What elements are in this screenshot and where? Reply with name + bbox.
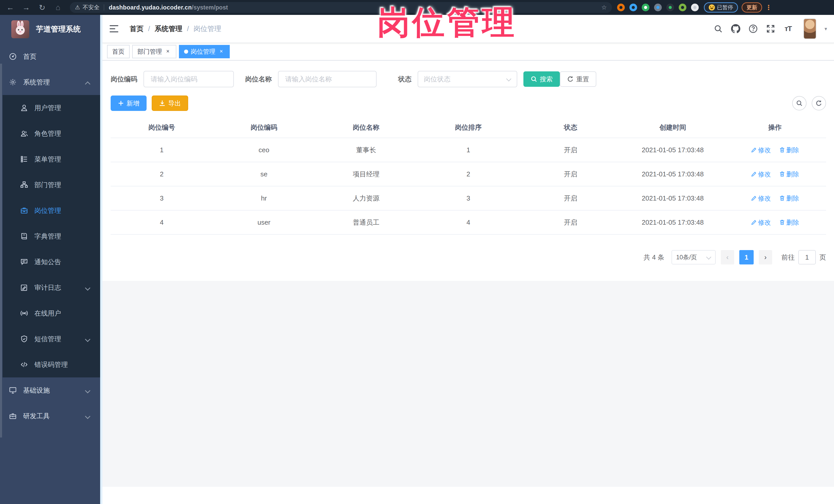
delete-link[interactable]: 删除 (779, 170, 799, 178)
ext-grid-blue-icon[interactable] (654, 4, 662, 11)
refresh-button[interactable] (812, 96, 826, 110)
briefcase-icon (20, 206, 28, 215)
breadcrumb-home[interactable]: 首页 (130, 24, 144, 34)
sidebar-item-系统管理[interactable]: 系统管理 (0, 69, 100, 95)
browser-back-icon[interactable]: ← (5, 2, 16, 13)
tab-首页[interactable]: 首页 (107, 45, 130, 58)
security-label[interactable]: 不安全 (83, 4, 100, 11)
announcement-icon (20, 258, 28, 266)
ext-green-check-icon[interactable] (642, 4, 650, 11)
font-size-icon[interactable]: ᴛT (783, 24, 793, 34)
user-menu-caret-icon[interactable]: ▾ (825, 26, 827, 32)
sidebar-scrollbar[interactable] (0, 64, 2, 438)
browser-forward-icon[interactable]: → (21, 2, 32, 13)
search-button-label: 搜索 (540, 75, 553, 84)
bookmark-star-icon[interactable]: ☆ (601, 4, 607, 11)
delete-link[interactable]: 删除 (779, 194, 799, 202)
reset-button[interactable]: 重置 (560, 71, 596, 87)
sidebar-item-岗位管理[interactable]: 岗位管理 (0, 198, 100, 223)
user-avatar[interactable] (804, 19, 816, 39)
delete-link[interactable]: 删除 (779, 218, 799, 227)
pagination: 共 4 条 10条/页 ‹ 1 › 前往 页 (103, 250, 826, 264)
prev-page-button[interactable]: ‹ (721, 250, 734, 264)
sidebar-item-基础设施[interactable]: 基础设施 (0, 377, 100, 403)
tab-部门管理[interactable]: 部门管理× (132, 45, 176, 58)
sidebar-item-通知公告[interactable]: 通知公告 (0, 249, 100, 275)
add-button[interactable]: 新增 (111, 95, 147, 111)
sidebar-collapse-icon[interactable] (110, 25, 118, 32)
edit-link[interactable]: 修改 (751, 170, 771, 178)
tab-岗位管理[interactable]: 岗位管理× (179, 45, 230, 58)
goto-page-input[interactable] (798, 250, 816, 264)
ext-orange-ring-icon[interactable] (617, 4, 625, 11)
browser-reload-icon[interactable]: ↻ (37, 2, 48, 13)
sidebar-item-label: 基础设施 (23, 386, 50, 395)
fullscreen-icon[interactable] (766, 24, 776, 34)
sidebar-item-首页[interactable]: 首页 (0, 44, 100, 69)
sidebar-item-研发工具[interactable]: 研发工具 (0, 403, 100, 429)
cell-name: 项目经理 (315, 162, 417, 186)
edit-link[interactable]: 修改 (751, 146, 771, 154)
cell-name: 董事长 (315, 138, 417, 162)
chevron-down-icon (86, 285, 90, 290)
cell-code: ceo (213, 138, 315, 162)
help-icon[interactable] (748, 24, 758, 34)
table-row-post-hr: 3hr人力资源3开启2021-01-05 17:03:48修改删除 (111, 187, 826, 211)
chevron-up-icon (86, 80, 90, 84)
org-tree-icon (20, 181, 28, 189)
export-button[interactable]: 导出 (152, 95, 188, 111)
page-size-select[interactable]: 10条/页 (672, 250, 716, 264)
address-bar[interactable]: ⚠ 不安全 dashboard.yudao.iocoder.cn /system… (70, 2, 612, 13)
tab-label: 岗位管理 (191, 47, 215, 56)
ext-sprout-icon[interactable] (679, 4, 686, 11)
active-dot-icon (184, 49, 188, 54)
table-toolbar: 新增 导出 (111, 95, 826, 111)
close-tab-icon[interactable]: × (218, 48, 225, 55)
edit-link[interactable]: 修改 (751, 194, 771, 202)
sidebar-item-字典管理[interactable]: 字典管理 (0, 223, 100, 249)
cell-sort: 1 (417, 138, 519, 162)
toggle-search-button[interactable] (792, 96, 807, 110)
sidebar-item-角色管理[interactable]: 角色管理 (0, 121, 100, 146)
post-code-label: 岗位编码 (111, 75, 137, 84)
sidebar-item-错误码管理[interactable]: 错误码管理 (0, 352, 100, 377)
cell-actions: 修改删除 (724, 138, 826, 162)
sidebar-item-菜单管理[interactable]: 菜单管理 (0, 146, 100, 172)
paused-badge[interactable]: 已暂停 (704, 2, 738, 13)
status-select[interactable]: 岗位状态 (418, 71, 517, 87)
browser-menu-icon[interactable]: ⋮ (765, 4, 772, 12)
chevron-down-icon (86, 337, 90, 341)
close-tab-icon[interactable]: × (164, 48, 171, 55)
chevron-down-icon (707, 255, 711, 259)
sidebar-item-用户管理[interactable]: 用户管理 (0, 95, 100, 121)
dev-tools-icon (9, 412, 17, 420)
delete-link[interactable]: 删除 (779, 146, 799, 154)
sidebar-item-部门管理[interactable]: 部门管理 (0, 172, 100, 198)
sidebar-item-label: 菜单管理 (35, 155, 61, 164)
sidebar-item-在线用户[interactable]: 在线用户 (0, 300, 100, 326)
search-button[interactable]: 搜索 (523, 71, 560, 87)
edit-link[interactable]: 修改 (751, 218, 771, 227)
next-page-button[interactable]: › (759, 250, 772, 264)
pagination-total: 共 4 条 (643, 253, 664, 262)
app-logo-row[interactable]: 芋道管理系统 (0, 15, 100, 44)
content-scrollbar[interactable] (100, 15, 103, 504)
cell-code: user (213, 211, 315, 234)
browser-home-icon[interactable]: ⌂ (52, 2, 64, 13)
ext-puzzle-icon[interactable] (691, 4, 699, 11)
sidebar-item-短信管理[interactable]: 短信管理 (0, 326, 100, 352)
role-icon (20, 129, 28, 138)
online-user-icon (20, 309, 28, 317)
post-name-input[interactable] (284, 75, 370, 84)
page-number-1[interactable]: 1 (739, 250, 754, 264)
sidebar-item-审计日志[interactable]: 审计日志 (0, 275, 100, 300)
post-code-input[interactable] (150, 75, 228, 84)
ext-dark-badge-icon[interactable] (666, 4, 674, 11)
screen: ← → ↻ ⌂ ⚠ 不安全 dashboard.yudao.iocoder.cn… (0, 0, 834, 504)
header-search-icon[interactable] (713, 24, 723, 34)
ext-location-pin-icon[interactable] (630, 4, 637, 11)
update-button[interactable]: 更新 (742, 2, 762, 13)
github-icon[interactable] (730, 24, 741, 34)
cell-status: 开启 (520, 162, 622, 186)
breadcrumb-system[interactable]: 系统管理 (155, 24, 182, 34)
